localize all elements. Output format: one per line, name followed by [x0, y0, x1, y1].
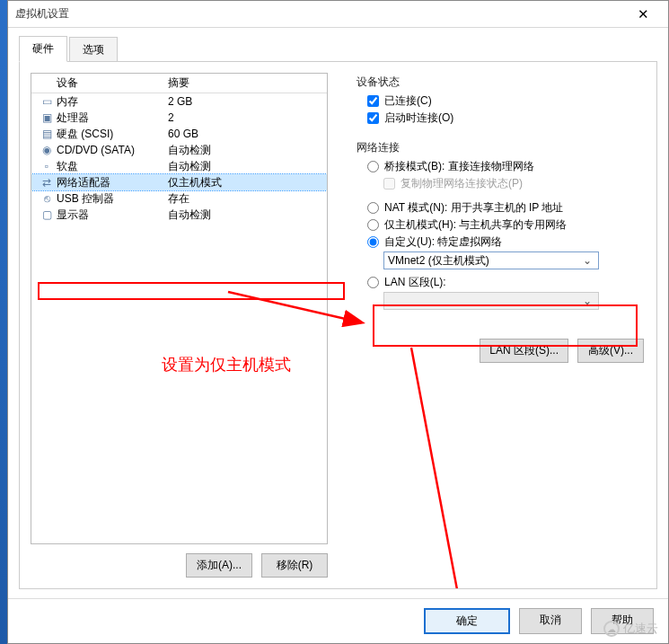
remove-device-button[interactable]: 移除(R)	[261, 553, 328, 578]
list-row-cpu[interactable]: ▣处理器 2	[31, 110, 327, 126]
network-connection-title: 网络连接	[357, 140, 644, 155]
network-connection-group: 网络连接 桥接模式(B): 直接连接物理网络 复制物理网络连接状态(P) NAT…	[357, 140, 644, 310]
list-item-summary: 自动检测	[164, 143, 327, 158]
list-item-label: 软盘	[57, 159, 78, 174]
list-row-usb[interactable]: ⎋USB 控制器 存在	[31, 190, 327, 207]
list-item-summary: 自动检测	[164, 159, 327, 174]
list-item-summary: 60 GB	[164, 128, 327, 140]
right-pane: 设备状态 已连接(C) 启动时连接(O) 网络连接 桥接模式(B): 直接连接物…	[339, 62, 656, 588]
nat-label: NAT 模式(N): 用于共享主机的 IP 地址	[384, 200, 563, 216]
list-item-label: 显示器	[57, 207, 89, 223]
connect-at-poweron-label: 启动时连接(O)	[384, 110, 453, 126]
list-row-display[interactable]: ▢显示器 自动检测	[31, 207, 327, 223]
device-list-header: 设备 摘要	[31, 74, 327, 93]
chevron-down-icon: ⌄	[580, 295, 594, 307]
usb-icon: ⎋	[40, 192, 53, 205]
device-list[interactable]: 设备 摘要 ▭内存 2 GB ▣处理器 2 ▤硬盘 (SCSI) 60 GB ◉…	[31, 73, 328, 544]
advanced-button[interactable]: 高级(V)...	[577, 339, 644, 363]
cancel-button[interactable]: 取消	[519, 608, 582, 634]
help-button[interactable]: 帮助	[591, 608, 654, 634]
list-item-label: 处理器	[57, 110, 89, 126]
device-list-buttons: 添加(A)... 移除(R)	[31, 553, 328, 578]
replicate-label: 复制物理网络连接状态(P)	[401, 176, 523, 191]
list-item-summary: 存在	[164, 191, 327, 207]
network-icon: ⇄	[40, 176, 53, 189]
connect-at-poweron-checkbox[interactable]	[367, 112, 379, 124]
bridged-label: 桥接模式(B): 直接连接物理网络	[384, 159, 534, 174]
connected-checkbox-line[interactable]: 已连接(C)	[367, 93, 644, 109]
replicate-checkbox	[383, 178, 395, 190]
custom-radio[interactable]	[367, 236, 379, 248]
list-item-summary: 2	[164, 111, 327, 124]
list-row-floppy[interactable]: ▫软盘 自动检测	[31, 158, 327, 174]
list-item-summary: 仅主机模式	[164, 175, 327, 190]
network-right-actions: LAN 区段(S)... 高级(V)...	[357, 339, 644, 363]
bridged-radio-line[interactable]: 桥接模式(B): 直接连接物理网络	[367, 159, 644, 174]
list-item-label: 内存	[57, 94, 78, 110]
disk-icon: ▤	[40, 128, 53, 140]
close-button[interactable]: ✕	[625, 3, 661, 26]
device-status-group: 设备状态 已连接(C) 启动时连接(O)	[357, 75, 644, 128]
list-row-cddvd[interactable]: ◉CD/DVD (SATA) 自动检测	[31, 142, 327, 158]
window-title: 虚拟机设置	[15, 6, 625, 22]
bridged-radio[interactable]	[367, 161, 379, 172]
custom-radio-line[interactable]: 自定义(U): 特定虚拟网络	[367, 234, 644, 250]
memory-icon: ▭	[40, 95, 53, 108]
nat-radio-line[interactable]: NAT 模式(N): 用于共享主机的 IP 地址	[367, 200, 644, 216]
vmnet-combobox[interactable]: VMnet2 (仅主机模式) ⌄	[383, 251, 599, 269]
vm-settings-dialog: 虚拟机设置 ✕ 硬件 选项 设置为仅主机模式 设备 摘要	[7, 0, 669, 644]
list-item-label: USB 控制器	[57, 191, 114, 207]
connected-label: 已连接(C)	[384, 93, 432, 109]
left-pane: 设备 摘要 ▭内存 2 GB ▣处理器 2 ▤硬盘 (SCSI) 60 GB ◉…	[20, 62, 339, 588]
list-row-network[interactable]: ⇄网络适配器 仅主机模式	[31, 174, 327, 190]
dialog-body: 设置为仅主机模式 设备 摘要 ▭内存 2 GB	[19, 61, 657, 589]
nat-radio[interactable]	[367, 202, 379, 214]
desktop-edge	[0, 0, 7, 644]
custom-label: 自定义(U): 特定虚拟网络	[384, 234, 502, 250]
list-item-summary: 自动检测	[164, 207, 327, 223]
lan-segments-button[interactable]: LAN 区段(S)...	[480, 339, 568, 363]
tabstrip: 硬件 选项	[8, 28, 668, 61]
ok-button[interactable]: 确定	[424, 608, 510, 634]
device-status-title: 设备状态	[357, 75, 644, 90]
cpu-icon: ▣	[40, 111, 53, 124]
list-item-label: CD/DVD (SATA)	[57, 144, 135, 156]
cd-icon: ◉	[40, 144, 53, 156]
vmnet-value: VMnet2 (仅主机模式)	[388, 253, 580, 269]
chevron-down-icon: ⌄	[580, 254, 594, 267]
connected-checkbox[interactable]	[367, 95, 379, 107]
tab-options[interactable]: 选项	[69, 37, 118, 62]
hostonly-radio-line[interactable]: 仅主机模式(H): 与主机共享的专用网络	[367, 217, 644, 233]
list-row-disk[interactable]: ▤硬盘 (SCSI) 60 GB	[31, 126, 327, 142]
replicate-checkbox-line: 复制物理网络连接状态(P)	[383, 176, 644, 191]
floppy-icon: ▫	[40, 160, 53, 172]
lansegment-combobox: ⌄	[383, 292, 599, 310]
tab-hardware[interactable]: 硬件	[19, 36, 67, 62]
col-header-summary[interactable]: 摘要	[164, 75, 327, 91]
lansegment-label: LAN 区段(L):	[384, 275, 446, 290]
close-icon: ✕	[638, 6, 649, 22]
list-row-memory[interactable]: ▭内存 2 GB	[31, 93, 327, 110]
list-item-label: 硬盘 (SCSI)	[57, 127, 113, 142]
lansegment-radio-line[interactable]: LAN 区段(L):	[367, 275, 644, 290]
connect-at-poweron-line[interactable]: 启动时连接(O)	[367, 110, 644, 126]
dialog-footer: 确定 取消 帮助	[8, 598, 668, 643]
hostonly-radio[interactable]	[367, 219, 379, 231]
col-header-device[interactable]: 设备	[31, 75, 164, 91]
display-icon: ▢	[40, 208, 53, 221]
lansegment-radio[interactable]	[367, 277, 379, 288]
hostonly-label: 仅主机模式(H): 与主机共享的专用网络	[384, 217, 567, 233]
list-item-label: 网络适配器	[57, 175, 110, 190]
titlebar: 虚拟机设置 ✕	[8, 1, 668, 28]
list-item-summary: 2 GB	[164, 95, 327, 108]
add-device-button[interactable]: 添加(A)...	[186, 553, 252, 578]
